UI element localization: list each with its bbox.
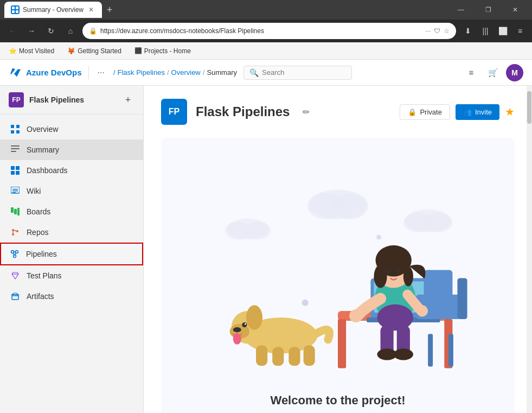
add-project-button[interactable]: + bbox=[121, 93, 134, 106]
sidebar-item-artifacts[interactable]: Artifacts bbox=[0, 286, 143, 307]
dashboard-icon bbox=[10, 166, 20, 175]
back-button[interactable]: ← bbox=[4, 23, 20, 39]
new-tab-button[interactable]: + bbox=[102, 2, 117, 17]
sidebar-item-repos[interactable]: Repos bbox=[0, 222, 143, 243]
user-avatar[interactable]: M bbox=[506, 64, 523, 81]
refresh-button[interactable]: ↻ bbox=[43, 23, 59, 39]
welcome-section: Welcome to the project! What service wou… bbox=[161, 138, 515, 413]
home-button[interactable]: ⌂ bbox=[63, 23, 78, 39]
svg-rect-86 bbox=[304, 345, 315, 366]
close-window-button[interactable]: ✕ bbox=[503, 2, 528, 18]
minimize-button[interactable]: — bbox=[448, 2, 473, 18]
welcome-title: Welcome to the project! bbox=[271, 393, 406, 408]
sidebar-item-label: Wiki bbox=[27, 187, 41, 195]
svg-point-24 bbox=[16, 230, 18, 232]
lock-icon: 🔒 bbox=[89, 27, 97, 35]
summary-icon bbox=[10, 145, 20, 155]
bookmark-most-visited[interactable]: ⭐ Most Visited bbox=[7, 46, 56, 56]
lock-icon: 🔒 bbox=[408, 108, 416, 116]
svg-point-67 bbox=[387, 270, 390, 273]
app-title: Azure DevOps bbox=[26, 68, 82, 77]
svg-rect-3 bbox=[16, 10, 18, 13]
breadcrumb-project[interactable]: Flask Pipelines bbox=[118, 68, 165, 77]
collections-icon[interactable]: ||| bbox=[478, 23, 493, 39]
svg-rect-17 bbox=[12, 190, 18, 192]
svg-point-69 bbox=[349, 309, 362, 322]
svg-rect-0 bbox=[12, 7, 15, 9]
sidebar-item-label: Boards bbox=[27, 207, 50, 216]
repos-icon bbox=[10, 227, 20, 237]
sidebar-item-label: Test Plans bbox=[27, 271, 62, 280]
svg-point-44 bbox=[302, 300, 309, 306]
sidebar-item-pipelines[interactable]: Pipelines bbox=[0, 243, 143, 265]
sidebar-item-wiki[interactable]: Wiki bbox=[0, 181, 143, 201]
sidebar-item-overview[interactable]: Overview bbox=[0, 119, 143, 139]
basket-icon[interactable]: 🛒 bbox=[484, 64, 502, 81]
project-header: FP Flask Pipelines + bbox=[0, 86, 143, 115]
invite-button[interactable]: 👥 Invite bbox=[456, 104, 499, 120]
star-icon[interactable]: ☆ bbox=[444, 27, 450, 35]
extensions-icon[interactable]: ≡ bbox=[512, 23, 528, 39]
breadcrumb-sep: / bbox=[203, 68, 205, 77]
sidebar-item-label: Pipelines bbox=[26, 250, 57, 258]
svg-rect-5 bbox=[16, 125, 20, 128]
close-tab-button[interactable]: ✕ bbox=[87, 5, 95, 14]
svg-rect-16 bbox=[12, 189, 18, 190]
active-tab[interactable]: Summary - Overview ✕ bbox=[4, 2, 102, 18]
sidebar-item-dashboards[interactable]: Dashboards bbox=[0, 160, 143, 181]
sidebar-item-summary[interactable]: Summary bbox=[0, 139, 143, 160]
bookmark-label: Projects - Home bbox=[144, 47, 191, 55]
favorite-button[interactable]: ★ bbox=[505, 105, 515, 118]
search-input[interactable] bbox=[262, 68, 343, 77]
svg-point-43 bbox=[245, 221, 271, 239]
welcome-illustration bbox=[174, 155, 502, 385]
svg-rect-47 bbox=[338, 319, 346, 368]
restore-button[interactable]: ❐ bbox=[476, 2, 501, 18]
svg-rect-57 bbox=[457, 278, 467, 319]
artifacts-icon bbox=[10, 291, 20, 301]
devops-icon: ⬛ bbox=[134, 47, 142, 54]
search-box[interactable]: 🔍 bbox=[243, 66, 352, 80]
breadcrumb-sep: / bbox=[167, 68, 169, 77]
more-options-button[interactable]: ··· bbox=[95, 66, 107, 80]
shield-icon: 🛡 bbox=[434, 27, 440, 35]
svg-point-79 bbox=[242, 322, 247, 327]
svg-point-81 bbox=[233, 327, 241, 332]
grid-icon bbox=[10, 124, 20, 134]
bookmark-icon: ⭐ bbox=[9, 47, 17, 55]
download-icon[interactable]: ⬇ bbox=[460, 23, 476, 39]
svg-rect-34 bbox=[12, 295, 18, 300]
svg-rect-10 bbox=[11, 151, 16, 152]
azure-devops-logo[interactable]: Azure DevOps bbox=[9, 66, 82, 79]
svg-rect-85 bbox=[289, 347, 300, 366]
project-title: Flask Pipelines bbox=[196, 104, 290, 119]
breadcrumb-sep: / bbox=[113, 68, 116, 77]
content-area: FP Flask Pipelines ✏ 🔒 Private 👥 Invite … bbox=[144, 86, 532, 413]
private-button[interactable]: 🔒 Private bbox=[400, 104, 450, 120]
wiki-icon bbox=[10, 186, 20, 196]
breadcrumb-section[interactable]: Overview bbox=[171, 68, 201, 77]
sidebar-item-boards[interactable]: Boards bbox=[0, 201, 143, 222]
edit-icon[interactable]: ✏ bbox=[303, 107, 310, 117]
svg-rect-4 bbox=[11, 125, 14, 128]
svg-rect-84 bbox=[272, 347, 284, 366]
sidebar-item-test-plans[interactable]: Test Plans bbox=[0, 265, 143, 286]
svg-point-70 bbox=[416, 305, 428, 316]
svg-point-66 bbox=[403, 266, 413, 286]
project-avatar: FP bbox=[9, 92, 24, 107]
content-inner: FP Flask Pipelines ✏ 🔒 Private 👥 Invite … bbox=[144, 86, 532, 413]
boards-icon bbox=[10, 207, 20, 217]
forward-button[interactable]: → bbox=[24, 23, 39, 39]
bookmark-getting-started[interactable]: 🦊 Getting Started bbox=[65, 46, 124, 56]
scroll-thumb[interactable] bbox=[527, 91, 531, 124]
svg-point-23 bbox=[12, 233, 14, 236]
pipelines-icon bbox=[10, 249, 20, 259]
svg-rect-9 bbox=[11, 148, 20, 149]
notification-icon[interactable]: ≡ bbox=[463, 64, 480, 81]
svg-point-22 bbox=[12, 229, 14, 231]
address-bar[interactable]: 🔒 https://dev.azure.com/msdocs-notebooks… bbox=[82, 23, 456, 39]
scroll-bar[interactable] bbox=[527, 86, 532, 413]
svg-point-80 bbox=[245, 323, 246, 325]
split-view-icon[interactable]: ⬜ bbox=[495, 23, 510, 39]
bookmark-projects-home[interactable]: ⬛ Projects - Home bbox=[132, 46, 193, 56]
